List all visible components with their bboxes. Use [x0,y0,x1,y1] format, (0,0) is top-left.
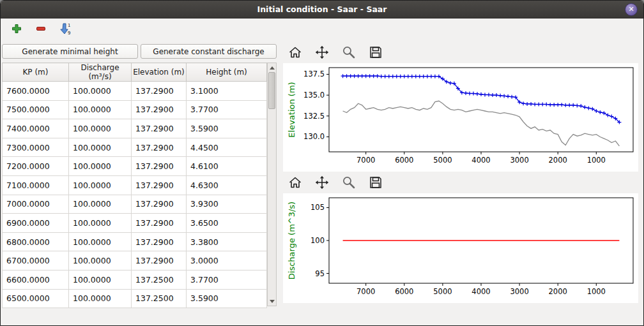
table-cell[interactable]: 4.6300 [187,175,267,195]
column-header[interactable]: Discharge (m³/s) [69,63,132,82]
table-cell[interactable]: 137.2900 [132,251,187,270]
table-row[interactable]: 7300.0000100.0000137.29004.4500 [3,138,267,157]
svg-text:100: 100 [310,236,325,245]
magnifier-icon [342,45,356,59]
generate-constant-discharge-button[interactable]: Generate constant discharge [141,44,277,59]
table-cell[interactable]: 100.0000 [69,119,132,138]
scroll-down-arrow-icon[interactable] [268,297,276,306]
table-cell[interactable]: 4.6100 [187,157,267,176]
table-row[interactable]: 6500.0000100.0000137.25003.5900 [3,289,267,308]
table-cell[interactable]: 3.0000 [187,251,267,270]
column-header[interactable]: Height (m) [187,63,267,82]
table-cell[interactable]: 3.1000 [187,82,267,101]
table-row[interactable]: 7500.0000100.0000137.29003.7700 [3,100,267,119]
zoom-button[interactable] [341,44,357,61]
svg-text:4000: 4000 [471,156,490,165]
scrollbar-thumb[interactable] [268,72,275,109]
move-arrows-icon [315,175,329,189]
table-cell[interactable]: 137.2500 [132,289,187,308]
table-cell[interactable]: 100.0000 [69,82,132,101]
table-row[interactable]: 7200.0000100.0000137.29004.6100 [3,157,267,176]
table-row[interactable]: 6800.0000100.0000137.29003.3800 [3,232,267,251]
table-cell[interactable]: 6500.0000 [3,289,69,308]
table-row[interactable]: 7400.0000100.0000137.29003.5900 [3,119,267,138]
home-button[interactable] [287,44,303,61]
table-cell[interactable]: 100.0000 [69,138,132,157]
table-row[interactable]: 7100.0000100.0000137.29004.6300 [3,175,267,195]
table-cell[interactable]: 137.2900 [132,119,187,138]
table-cell[interactable]: 137.2500 [132,270,187,289]
table-cell[interactable]: 137.2900 [132,175,187,195]
column-header[interactable]: Elevation (m) [132,63,187,82]
table-row[interactable]: 6900.0000100.0000137.29003.6500 [3,214,267,233]
main-toolbar: 1 9 [1,19,643,39]
table-cell[interactable]: 3.5900 [187,119,267,138]
table-cell[interactable]: 3.3800 [187,232,267,251]
table-row[interactable]: 6600.0000100.0000137.25003.7700 [3,270,267,289]
table-cell[interactable]: 137.2900 [132,157,187,176]
add-row-button[interactable] [10,22,24,36]
table-cell[interactable]: 6700.0000 [3,251,69,270]
table-cell[interactable]: 137.2900 [132,195,187,214]
table-cell[interactable]: 7500.0000 [3,100,69,119]
save-button[interactable] [367,174,384,191]
right-panel: 7000600050004000300020001000130.0132.513… [278,39,643,325]
sort-rows-button[interactable]: 1 9 [58,22,72,36]
svg-text:9: 9 [68,31,70,35]
table-cell[interactable]: 7100.0000 [3,175,69,195]
svg-text:4000: 4000 [471,287,490,296]
table-cell[interactable]: 100.0000 [69,270,132,289]
sort-ascending-icon: 1 9 [59,22,72,35]
table-cell[interactable]: 100.0000 [69,289,132,308]
table-cell[interactable]: 137.2900 [132,232,187,251]
table-cell[interactable]: 137.2900 [132,214,187,233]
table-cell[interactable]: 100.0000 [69,214,132,233]
table-row[interactable]: 6700.0000100.0000137.29003.0000 [3,251,267,270]
table-cell[interactable]: 7400.0000 [3,119,69,138]
table-cell[interactable]: 100.0000 [69,195,132,214]
save-button[interactable] [367,44,384,61]
svg-text:135.0: 135.0 [303,91,325,100]
table-cell[interactable]: 100.0000 [69,232,132,251]
column-header[interactable]: KP (m) [3,63,69,82]
move-arrows-icon [315,45,329,59]
table-cell[interactable]: 7200.0000 [3,157,69,176]
scroll-up-arrow-icon[interactable] [268,63,276,72]
close-button[interactable]: ✕ [625,3,638,16]
zoom-button[interactable] [341,174,357,191]
table-cell[interactable]: 6600.0000 [3,270,69,289]
table-vertical-scrollbar[interactable] [267,63,277,306]
titlebar: Initial condition - Saar - Saar ✕ [1,1,643,19]
table-cell[interactable]: 6800.0000 [3,232,69,251]
magnifier-icon [342,175,356,189]
generate-minimal-height-button[interactable]: Generate minimal height [2,44,138,59]
table-cell[interactable]: 7300.0000 [3,138,69,157]
remove-row-button[interactable] [34,22,48,36]
discharge-plot-toolbar [283,172,638,193]
table-cell[interactable]: 100.0000 [69,251,132,270]
table-cell[interactable]: 7000.0000 [3,195,69,214]
pan-button[interactable] [314,44,330,61]
pan-button[interactable] [314,174,330,191]
table-cell[interactable]: 137.2900 [132,138,187,157]
table-cell[interactable]: 3.6500 [187,214,267,233]
discharge-chart[interactable]: 700060005000400030002000100095100105Disc… [283,193,638,303]
table-cell[interactable]: 3.9300 [187,195,267,214]
table-cell[interactable]: 6900.0000 [3,214,69,233]
table-cell[interactable]: 7600.0000 [3,82,69,101]
table-cell[interactable]: 3.7700 [187,270,267,289]
kp-table: KP (m)Discharge (m³/s)Elevation (m)Heigh… [2,63,267,308]
table-cell[interactable]: 100.0000 [69,175,132,195]
table-cell[interactable]: 137.2900 [132,100,187,119]
table-row[interactable]: 7600.0000100.0000137.29003.1000 [3,82,267,101]
scrollbar-track[interactable] [268,72,276,297]
table-row[interactable]: 7000.0000100.0000137.29003.9300 [3,195,267,214]
table-cell[interactable]: 4.4500 [187,138,267,157]
home-button[interactable] [287,174,303,191]
elevation-chart[interactable]: 7000600050004000300020001000130.0132.513… [283,63,638,172]
table-cell[interactable]: 3.5900 [187,289,267,308]
table-cell[interactable]: 100.0000 [69,157,132,176]
table-cell[interactable]: 137.2900 [132,82,187,101]
table-cell[interactable]: 100.0000 [69,100,132,119]
table-cell[interactable]: 3.7700 [187,100,267,119]
